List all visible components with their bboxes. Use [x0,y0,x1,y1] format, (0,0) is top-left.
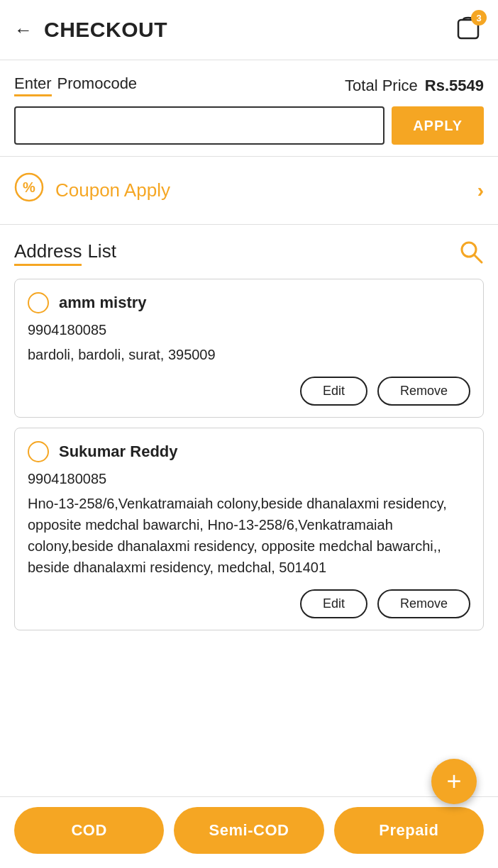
address-card-2-actions: Edit Remove [28,589,470,618]
total-price-label: Total Price [345,77,418,95]
bottom-payment-bar: COD Semi-COD Prepaid [0,796,498,868]
address-search-button[interactable] [458,239,484,267]
address-card-1-detail: bardoli, bardoli, surat, 395009 [28,344,470,365]
address-card-1-phone: 9904180085 [28,322,470,338]
cart-button[interactable]: 3 [453,13,484,47]
address-cards: amm mistry 9904180085 bardoli, bardoli, … [14,279,484,630]
cod-button[interactable]: COD [14,807,164,854]
coupon-label: Coupon Apply [55,179,170,201]
address-card-1: amm mistry 9904180085 bardoli, bardoli, … [14,279,484,418]
address-list-label: List [87,240,116,262]
promo-section: Enter Promocode Total Price Rs.5549 APPL… [0,60,498,157]
address-card-2-radio[interactable] [28,441,49,462]
svg-text:%: % [23,179,35,195]
address-card-2: Sukumar Reddy 9904180085 Hno-13-258/6,Ve… [14,428,484,630]
apply-button[interactable]: APPLY [392,106,484,145]
promo-row: Enter Promocode Total Price Rs.5549 [14,74,484,96]
address-card-1-remove-button[interactable]: Remove [377,377,470,406]
address-card-1-radio[interactable] [28,292,49,313]
address-card-2-phone: 9904180085 [28,471,470,487]
cart-badge: 3 [471,10,487,26]
coupon-section[interactable]: % Coupon Apply › [0,157,498,225]
address-label: Address [14,240,82,266]
address-title-group: Address List [14,240,116,266]
header-left: ← CHECKOUT [14,18,167,42]
add-address-fab[interactable]: + [431,759,477,804]
address-card-1-actions: Edit Remove [28,377,470,406]
address-card-1-name: amm mistry [59,294,147,312]
address-card-2-remove-button[interactable]: Remove [377,589,470,618]
search-icon [458,239,484,265]
address-card-2-name: Sukumar Reddy [59,443,178,461]
coupon-chevron-icon: › [477,179,484,202]
coupon-icon: % [14,172,44,208]
address-card-1-header: amm mistry [28,292,470,313]
plus-icon: + [446,769,461,794]
address-section: Address List amm mistry 9904180085 bardo… [0,225,498,630]
coupon-left: % Coupon Apply [14,172,170,208]
back-button[interactable]: ← [14,19,33,41]
address-card-2-detail: Hno-13-258/6,Venkatramaiah colony,beside… [28,493,470,578]
back-arrow-icon: ← [14,19,33,41]
address-card-1-edit-button[interactable]: Edit [300,377,367,406]
address-card-2-header: Sukumar Reddy [28,441,470,462]
promo-input-row: APPLY [14,106,484,145]
total-price-group: Total Price Rs.5549 [345,77,484,95]
page-title: CHECKOUT [44,18,167,42]
address-card-2-edit-button[interactable]: Edit [300,589,367,618]
prepaid-button[interactable]: Prepaid [334,807,484,854]
semi-cod-button[interactable]: Semi-COD [174,807,323,854]
total-price-value: Rs.5549 [425,77,484,95]
promocode-label: Promocode [57,74,138,93]
svg-line-4 [475,255,482,262]
promo-input[interactable] [14,106,384,145]
promo-label-group: Enter Promocode [14,74,137,96]
header: ← CHECKOUT 3 [0,0,498,60]
address-header: Address List [14,239,484,267]
enter-label: Enter [14,74,52,96]
